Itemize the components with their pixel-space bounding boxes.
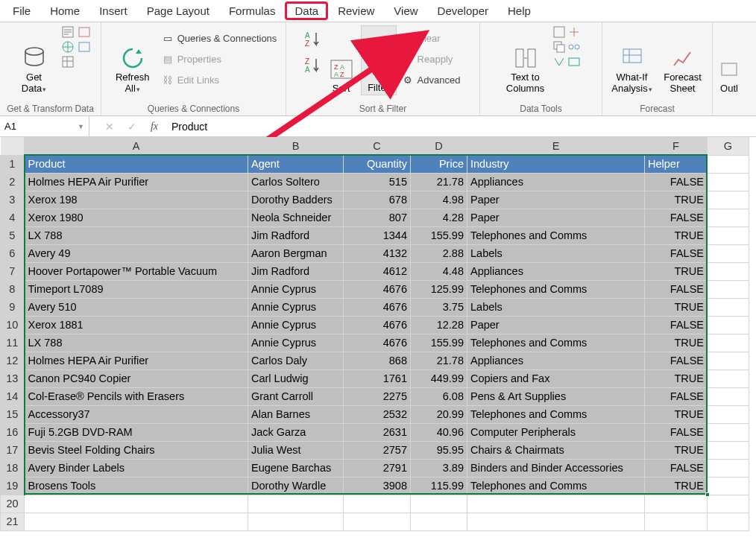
col-header-D[interactable]: D [411, 137, 467, 155]
cell[interactable]: Grant Carroll [248, 387, 344, 405]
cell[interactable]: Accessory37 [25, 405, 248, 423]
cell[interactable]: 2791 [344, 459, 411, 477]
cell[interactable]: 115.99 [411, 477, 467, 495]
cell[interactable]: 21.78 [411, 352, 467, 369]
spreadsheet-grid[interactable]: A B C D E F G 1 Product Agent Quantity P… [0, 137, 756, 531]
row-header[interactable]: 7 [1, 262, 25, 280]
cell[interactable]: FALSE [645, 173, 708, 191]
cell[interactable]: Jim Radford [248, 262, 344, 280]
cell[interactable]: TRUE [645, 441, 708, 459]
filter-button[interactable]: Filter [361, 25, 397, 95]
cell[interactable]: Carlos Daly [248, 352, 344, 369]
row-header[interactable]: 3 [1, 191, 25, 209]
queries-connections-button[interactable]: ▭Queries & Connections [160, 28, 279, 48]
cell[interactable]: Telephones and Comms [467, 405, 645, 423]
cell[interactable]: Brosens Tools [25, 477, 248, 495]
cell[interactable]: Paper [467, 316, 645, 334]
data-model-icon[interactable] [567, 55, 581, 69]
cell[interactable]: TRUE [645, 477, 708, 495]
whatif-button[interactable]: What-If Analysis▾ [608, 25, 656, 95]
cell[interactable] [708, 155, 749, 173]
cell[interactable]: Telephones and Comms [467, 280, 645, 298]
cell[interactable]: FALSE [645, 459, 708, 477]
cell[interactable]: Quantity [344, 155, 411, 173]
cell[interactable]: LX 788 [25, 226, 248, 244]
cell[interactable] [708, 191, 749, 209]
cell[interactable]: Telephones and Comms [467, 226, 645, 244]
flash-fill-icon[interactable] [552, 25, 566, 39]
cell[interactable] [708, 334, 749, 352]
cell[interactable] [708, 369, 749, 387]
cell[interactable]: Paper [467, 191, 645, 209]
cell[interactable] [708, 441, 749, 459]
cell[interactable]: Eugene Barchas [248, 459, 344, 477]
cell[interactable]: 20.99 [411, 405, 467, 423]
row-header[interactable]: 4 [1, 209, 25, 226]
cell[interactable]: 1344 [344, 226, 411, 244]
cell[interactable] [708, 262, 749, 280]
cell[interactable]: Annie Cyprus [248, 334, 344, 352]
cell[interactable] [248, 512, 344, 530]
from-table-icon[interactable] [61, 55, 75, 69]
tab-home[interactable]: Home [40, 1, 89, 20]
cell[interactable]: Paper [467, 209, 645, 226]
cell[interactable]: Appliances [467, 262, 645, 280]
row-header[interactable]: 15 [1, 405, 25, 423]
row-header[interactable]: 14 [1, 387, 25, 405]
cell[interactable]: Dorothy Badders [248, 191, 344, 209]
cell[interactable]: 4676 [344, 298, 411, 316]
cell[interactable]: Neola Schneider [248, 209, 344, 226]
recent-sources-icon[interactable] [78, 25, 91, 39]
cell[interactable] [248, 495, 344, 512]
relationships-icon[interactable] [567, 40, 581, 54]
cell[interactable]: TRUE [645, 262, 708, 280]
cell[interactable]: 807 [344, 209, 411, 226]
cell[interactable] [708, 209, 749, 226]
cell[interactable]: Agent [248, 155, 344, 173]
cell[interactable]: 4.98 [411, 191, 467, 209]
cell[interactable]: 4676 [344, 316, 411, 334]
tab-file[interactable]: File [3, 1, 40, 20]
row-header[interactable]: 8 [1, 280, 25, 298]
cell[interactable]: Appliances [467, 352, 645, 369]
insert-function-button[interactable]: fx [143, 121, 166, 133]
cell[interactable]: Avery Binder Labels [25, 459, 248, 477]
cell[interactable]: 2757 [344, 441, 411, 459]
cell[interactable] [645, 512, 708, 530]
cell[interactable]: Col-Erase® Pencils with Erasers [25, 387, 248, 405]
sort-button[interactable]: ZAAZ Sort [325, 25, 358, 95]
cell[interactable]: 2631 [344, 423, 411, 441]
cell[interactable] [467, 495, 645, 512]
row-header[interactable]: 18 [1, 459, 25, 477]
enter-formula-button[interactable]: ✓ [121, 121, 143, 133]
cell[interactable]: LX 788 [25, 334, 248, 352]
cell[interactable]: Copiers and Fax [467, 369, 645, 387]
tab-view[interactable]: View [384, 1, 427, 20]
row-header[interactable]: 16 [1, 423, 25, 441]
cell[interactable] [645, 495, 708, 512]
tab-insert[interactable]: Insert [89, 1, 137, 20]
cell[interactable] [467, 512, 645, 530]
cell[interactable]: Avery 49 [25, 244, 248, 262]
tab-pagelayout[interactable]: Page Layout [137, 1, 219, 20]
cell[interactable] [708, 512, 749, 530]
consolidate-icon[interactable] [567, 25, 581, 39]
cell[interactable]: Binders and Binder Accessories [467, 459, 645, 477]
cell[interactable]: TRUE [645, 191, 708, 209]
cell[interactable] [344, 512, 411, 530]
cell[interactable]: Labels [467, 298, 645, 316]
cell[interactable]: FALSE [645, 352, 708, 369]
cell[interactable]: TRUE [645, 226, 708, 244]
cell[interactable]: 3.75 [411, 298, 467, 316]
cell[interactable]: Product [25, 155, 248, 173]
tab-developer[interactable]: Developer [428, 1, 498, 20]
cell[interactable]: 3908 [344, 477, 411, 495]
cell[interactable]: 3.89 [411, 459, 467, 477]
cell[interactable]: TRUE [645, 298, 708, 316]
row-header[interactable]: 5 [1, 226, 25, 244]
cell[interactable] [708, 173, 749, 191]
cell[interactable]: Computer Peripherals [467, 423, 645, 441]
cell[interactable]: 125.99 [411, 280, 467, 298]
tab-data[interactable]: Data [285, 1, 328, 20]
row-header[interactable]: 21 [1, 512, 25, 530]
